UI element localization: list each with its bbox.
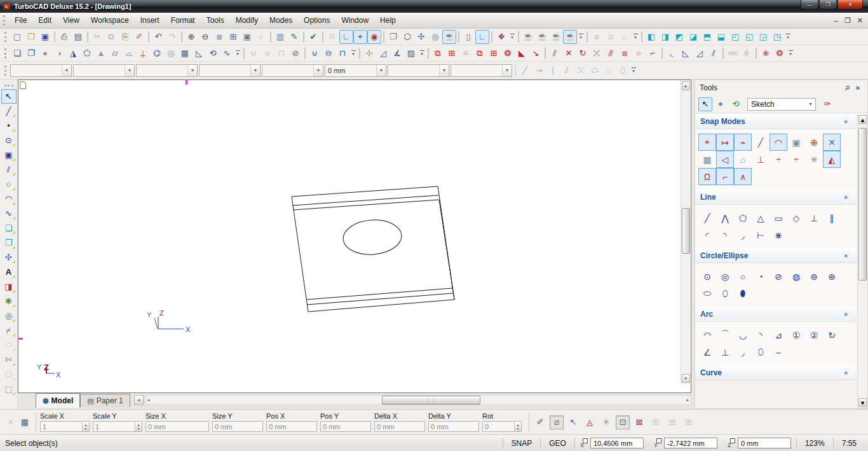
object-trim-icon[interactable]: ⧈ (618, 46, 632, 60)
box-3d-icon[interactable]: ❏ (10, 46, 24, 60)
line-rotated-rectangle-icon[interactable]: ◇ (787, 209, 805, 226)
toolbar-icon[interactable] (181, 31, 182, 43)
collapse-chevron-icon[interactable]: « (841, 116, 851, 127)
intersect-lines-icon[interactable]: ⤫ (590, 46, 604, 60)
property-combo[interactable]: ▾ (136, 64, 198, 77)
view-iso-nw-icon[interactable]: ◳ (770, 30, 784, 44)
new-icon[interactable]: ▢ (10, 30, 24, 44)
circle-double-point-icon[interactable]: ○ (734, 268, 752, 285)
dropdown-arrow-icon[interactable]: ▾ (250, 65, 260, 76)
property-combo[interactable]: ▾ (451, 64, 512, 77)
select-tool[interactable]: ↖ (1, 89, 17, 104)
collapse-chevron-icon[interactable]: « (841, 309, 851, 320)
zoom-in-icon[interactable]: ⊕ (184, 30, 198, 44)
workplane-icon[interactable]: ∟ (475, 30, 489, 44)
arc-1-3-2-icon[interactable]: ② (805, 326, 823, 343)
zoom-page-icon[interactable]: ▣ (240, 30, 254, 44)
snap-free-icon[interactable]: ⌖ (698, 134, 716, 151)
arc-perpendicular-icon[interactable]: ⊥ (716, 343, 734, 361)
view-left-icon[interactable]: ◩ (672, 30, 686, 44)
fit-array-icon[interactable]: ⊞ (487, 46, 501, 60)
select-2d-3d-icon[interactable]: ⧄ (550, 415, 564, 429)
toolbar-overflow-icon[interactable]: ▾ (508, 30, 516, 44)
minimize-button[interactable]: — (801, 0, 818, 10)
redo-icon[interactable]: ↷ (165, 30, 179, 44)
snap-grid-icon[interactable]: ▦ (698, 151, 716, 168)
scale-copy-icon[interactable]: ◣ (515, 46, 529, 60)
panel-style-brush-icon[interactable]: ✑ (820, 97, 834, 111)
view-iso-sw-icon[interactable]: ◱ (742, 30, 756, 44)
t-meet-icon[interactable]: ↻ (576, 46, 590, 60)
boolean-add-icon[interactable]: ⊍ (308, 46, 322, 60)
explode-icon[interactable]: ⧄ (604, 30, 618, 44)
section-header-line[interactable]: Line « (695, 190, 857, 205)
horizontal-scrollbar[interactable]: ◂ ⋮⋮ ▸ (145, 395, 691, 405)
view-back-icon[interactable]: ◨ (658, 30, 672, 44)
mesh-icon[interactable]: ▦ (178, 46, 192, 60)
ruler-origin-icon[interactable] (20, 81, 26, 89)
array-mode1-icon[interactable]: ⊞ (649, 415, 663, 429)
cut-icon[interactable]: ✂ (90, 30, 104, 44)
array-mode2-icon[interactable]: ⊞ (665, 415, 679, 429)
field-input[interactable]: 0 mm ▲▼ (320, 421, 371, 432)
draft-render-icon[interactable]: ☕ (549, 30, 563, 44)
toolbar-icon[interactable] (270, 31, 271, 43)
dropdown-arrow-icon[interactable]: ▾ (376, 65, 386, 76)
ellipse-fixed-ratio-icon[interactable]: ⬮ (734, 285, 752, 302)
edit-node-move-icon[interactable]: ⊸ (532, 64, 546, 78)
toolbar-overflow-icon[interactable]: ▾ (349, 46, 357, 60)
scroll-left-arrow[interactable]: ◂ (146, 398, 150, 403)
snap-aperture-icon[interactable]: ✳ (805, 151, 823, 168)
fill-mode-icon[interactable]: ◉ (367, 30, 381, 44)
spell-check-icon[interactable]: ✔ (306, 30, 320, 44)
mdi-close-button[interactable]: ✕ (857, 17, 863, 25)
section-header-snap-modes[interactable]: Snap Modes « (695, 114, 857, 129)
print-preview-icon[interactable]: ▤ (71, 30, 85, 44)
snap-divide-static-icon[interactable]: ÷ (787, 151, 805, 168)
collapse-chevron-icon[interactable]: « (841, 192, 851, 203)
torus-icon[interactable]: ◎ (164, 46, 178, 60)
zoom-out-icon[interactable]: ⊖ (198, 30, 212, 44)
view-right-icon[interactable]: ◪ (686, 30, 700, 44)
menu-item[interactable]: File (9, 13, 32, 27)
arc-tangent-to-line-icon[interactable]: ⊿ (770, 326, 787, 343)
split-icon[interactable]: ⌐ (646, 46, 660, 60)
scroll-up-arrow[interactable]: ▴ (858, 115, 867, 124)
cylinder-icon[interactable]: ⌭ (108, 46, 122, 60)
coordinate-input[interactable]: -2,7422 mm (664, 438, 717, 448)
extrude-icon[interactable]: ⍊ (136, 46, 150, 60)
toolbar-overflow-icon[interactable]: ▾ (787, 46, 794, 60)
field-input[interactable]: 0 mm ▲▼ (374, 421, 425, 432)
style-combo[interactable]: Sketch ▾ (747, 98, 816, 111)
properties-mode-icon[interactable]: ✐ (533, 415, 547, 429)
degrade-warning-icon[interactable]: ◬ (583, 415, 597, 429)
spinner-stepper[interactable]: ▲▼ (82, 422, 89, 431)
panel-node-edit-icon[interactable]: ⌖ (714, 97, 728, 111)
line-tangent-2-arcs-icon[interactable]: ◞ (734, 226, 752, 244)
geo-toggle[interactable]: GEO (541, 439, 574, 448)
line-tangent-to-arc-icon[interactable]: ◜ (698, 226, 716, 244)
property-combo[interactable]: ▾ (262, 64, 323, 77)
collapse-chevron-icon[interactable]: « (841, 368, 851, 378)
hidden-line-render-icon[interactable]: ☕ (535, 30, 549, 44)
toolbar-overflow-icon[interactable]: ▾ (632, 30, 639, 44)
menu-item[interactable]: Modes (264, 13, 298, 27)
toolbar-icon[interactable] (641, 31, 642, 43)
panel-globe-icon[interactable]: ⟲ (729, 97, 743, 111)
dropdown-arrow-icon[interactable]: ▾ (62, 65, 71, 76)
snap-nearest-icon[interactable]: ↦ (716, 134, 734, 151)
menu-item[interactable]: Modify (230, 13, 264, 27)
view-iso-ne-icon[interactable]: ◲ (756, 30, 770, 44)
line-tangent-from-arc-icon[interactable]: ◝ (716, 226, 734, 244)
snap-angle-icon[interactable]: ∧ (734, 168, 752, 185)
circle-trim-icon[interactable]: ○ (632, 46, 646, 60)
tab-scroll-left-arrow[interactable]: ◂ (134, 395, 144, 405)
axis-3d-icon[interactable]: ⊹ (362, 46, 376, 60)
chamfer-distance-icon[interactable]: ◿ (693, 46, 707, 60)
close-button[interactable]: ✕ (837, 0, 863, 10)
circular-array-icon[interactable]: ❂ (501, 46, 515, 60)
circle-tangent-to-arc-icon[interactable]: ◍ (787, 268, 805, 285)
panel-scrollbar[interactable]: ▴ ▾ (857, 114, 867, 408)
format-painter-icon[interactable]: ✐ (132, 30, 146, 44)
print-icon[interactable]: ⎙ (57, 30, 71, 44)
